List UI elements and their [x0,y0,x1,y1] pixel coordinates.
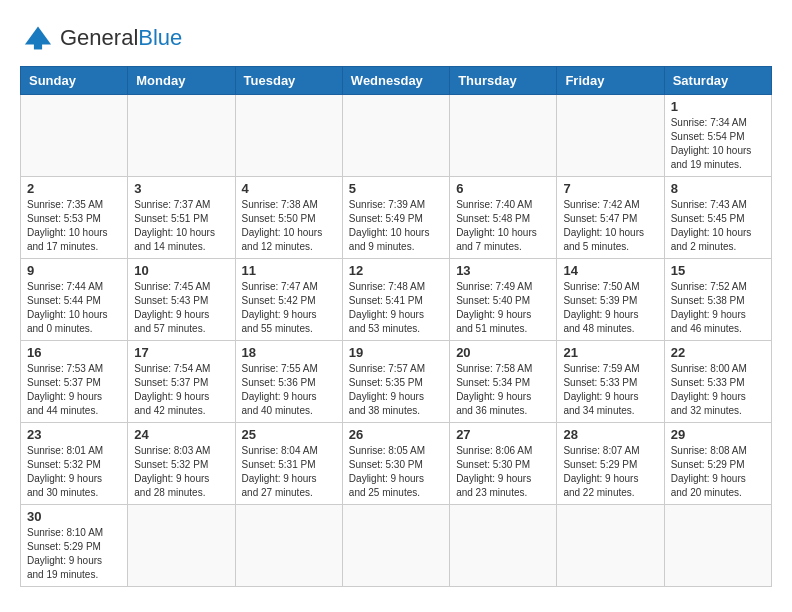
calendar-cell [557,505,664,587]
calendar-cell: 25Sunrise: 8:04 AM Sunset: 5:31 PM Dayli… [235,423,342,505]
calendar-cell: 8Sunrise: 7:43 AM Sunset: 5:45 PM Daylig… [664,177,771,259]
calendar-week-row: 1Sunrise: 7:34 AM Sunset: 5:54 PM Daylig… [21,95,772,177]
calendar-cell: 11Sunrise: 7:47 AM Sunset: 5:42 PM Dayli… [235,259,342,341]
day-info: Sunrise: 7:35 AM Sunset: 5:53 PM Dayligh… [27,198,121,254]
day-number: 18 [242,345,336,360]
day-info: Sunrise: 7:42 AM Sunset: 5:47 PM Dayligh… [563,198,657,254]
calendar-cell: 4Sunrise: 7:38 AM Sunset: 5:50 PM Daylig… [235,177,342,259]
day-info: Sunrise: 8:05 AM Sunset: 5:30 PM Dayligh… [349,444,443,500]
calendar-cell: 2Sunrise: 7:35 AM Sunset: 5:53 PM Daylig… [21,177,128,259]
day-info: Sunrise: 7:47 AM Sunset: 5:42 PM Dayligh… [242,280,336,336]
day-number: 22 [671,345,765,360]
calendar-week-row: 16Sunrise: 7:53 AM Sunset: 5:37 PM Dayli… [21,341,772,423]
day-info: Sunrise: 7:40 AM Sunset: 5:48 PM Dayligh… [456,198,550,254]
calendar-cell: 29Sunrise: 8:08 AM Sunset: 5:29 PM Dayli… [664,423,771,505]
day-header-tuesday: Tuesday [235,67,342,95]
day-number: 10 [134,263,228,278]
calendar-cell: 24Sunrise: 8:03 AM Sunset: 5:32 PM Dayli… [128,423,235,505]
calendar-cell: 14Sunrise: 7:50 AM Sunset: 5:39 PM Dayli… [557,259,664,341]
day-number: 4 [242,181,336,196]
logo: GeneralBlue [20,20,182,56]
calendar-cell: 26Sunrise: 8:05 AM Sunset: 5:30 PM Dayli… [342,423,449,505]
calendar-cell: 23Sunrise: 8:01 AM Sunset: 5:32 PM Dayli… [21,423,128,505]
day-number: 24 [134,427,228,442]
svg-rect-1 [34,43,42,50]
day-header-thursday: Thursday [450,67,557,95]
day-number: 30 [27,509,121,524]
day-info: Sunrise: 8:06 AM Sunset: 5:30 PM Dayligh… [456,444,550,500]
calendar-cell [128,95,235,177]
calendar-cell: 30Sunrise: 8:10 AM Sunset: 5:29 PM Dayli… [21,505,128,587]
day-info: Sunrise: 7:44 AM Sunset: 5:44 PM Dayligh… [27,280,121,336]
day-number: 14 [563,263,657,278]
day-info: Sunrise: 7:37 AM Sunset: 5:51 PM Dayligh… [134,198,228,254]
day-number: 5 [349,181,443,196]
calendar-cell [450,505,557,587]
day-info: Sunrise: 7:49 AM Sunset: 5:40 PM Dayligh… [456,280,550,336]
calendar-cell: 20Sunrise: 7:58 AM Sunset: 5:34 PM Dayli… [450,341,557,423]
day-info: Sunrise: 7:53 AM Sunset: 5:37 PM Dayligh… [27,362,121,418]
calendar-cell [450,95,557,177]
day-number: 2 [27,181,121,196]
day-info: Sunrise: 8:07 AM Sunset: 5:29 PM Dayligh… [563,444,657,500]
day-header-wednesday: Wednesday [342,67,449,95]
calendar-cell: 18Sunrise: 7:55 AM Sunset: 5:36 PM Dayli… [235,341,342,423]
calendar-cell: 10Sunrise: 7:45 AM Sunset: 5:43 PM Dayli… [128,259,235,341]
day-header-monday: Monday [128,67,235,95]
day-number: 25 [242,427,336,442]
logo-icon [20,20,56,56]
calendar-cell: 12Sunrise: 7:48 AM Sunset: 5:41 PM Dayli… [342,259,449,341]
day-header-saturday: Saturday [664,67,771,95]
day-number: 15 [671,263,765,278]
day-info: Sunrise: 7:58 AM Sunset: 5:34 PM Dayligh… [456,362,550,418]
calendar-cell [342,95,449,177]
day-number: 29 [671,427,765,442]
day-number: 6 [456,181,550,196]
day-header-friday: Friday [557,67,664,95]
calendar-week-row: 30Sunrise: 8:10 AM Sunset: 5:29 PM Dayli… [21,505,772,587]
calendar-cell [235,505,342,587]
day-info: Sunrise: 8:03 AM Sunset: 5:32 PM Dayligh… [134,444,228,500]
calendar-cell: 16Sunrise: 7:53 AM Sunset: 5:37 PM Dayli… [21,341,128,423]
day-number: 12 [349,263,443,278]
day-info: Sunrise: 8:10 AM Sunset: 5:29 PM Dayligh… [27,526,121,582]
calendar-week-row: 9Sunrise: 7:44 AM Sunset: 5:44 PM Daylig… [21,259,772,341]
day-number: 7 [563,181,657,196]
day-info: Sunrise: 7:38 AM Sunset: 5:50 PM Dayligh… [242,198,336,254]
day-info: Sunrise: 8:08 AM Sunset: 5:29 PM Dayligh… [671,444,765,500]
day-info: Sunrise: 7:57 AM Sunset: 5:35 PM Dayligh… [349,362,443,418]
calendar-cell: 22Sunrise: 8:00 AM Sunset: 5:33 PM Dayli… [664,341,771,423]
day-info: Sunrise: 7:59 AM Sunset: 5:33 PM Dayligh… [563,362,657,418]
calendar-cell [342,505,449,587]
calendar-cell [664,505,771,587]
day-info: Sunrise: 7:52 AM Sunset: 5:38 PM Dayligh… [671,280,765,336]
day-number: 11 [242,263,336,278]
day-number: 13 [456,263,550,278]
calendar-cell: 27Sunrise: 8:06 AM Sunset: 5:30 PM Dayli… [450,423,557,505]
day-info: Sunrise: 7:55 AM Sunset: 5:36 PM Dayligh… [242,362,336,418]
day-number: 1 [671,99,765,114]
day-number: 17 [134,345,228,360]
day-number: 26 [349,427,443,442]
day-number: 16 [27,345,121,360]
calendar-cell: 1Sunrise: 7:34 AM Sunset: 5:54 PM Daylig… [664,95,771,177]
day-number: 21 [563,345,657,360]
day-number: 20 [456,345,550,360]
calendar-cell [128,505,235,587]
day-number: 19 [349,345,443,360]
day-info: Sunrise: 8:00 AM Sunset: 5:33 PM Dayligh… [671,362,765,418]
day-info: Sunrise: 7:54 AM Sunset: 5:37 PM Dayligh… [134,362,228,418]
calendar-cell: 28Sunrise: 8:07 AM Sunset: 5:29 PM Dayli… [557,423,664,505]
calendar: SundayMondayTuesdayWednesdayThursdayFrid… [20,66,772,587]
day-info: Sunrise: 7:48 AM Sunset: 5:41 PM Dayligh… [349,280,443,336]
day-info: Sunrise: 7:34 AM Sunset: 5:54 PM Dayligh… [671,116,765,172]
calendar-cell: 19Sunrise: 7:57 AM Sunset: 5:35 PM Dayli… [342,341,449,423]
header: GeneralBlue [20,20,772,56]
calendar-cell: 7Sunrise: 7:42 AM Sunset: 5:47 PM Daylig… [557,177,664,259]
day-info: Sunrise: 7:43 AM Sunset: 5:45 PM Dayligh… [671,198,765,254]
day-number: 28 [563,427,657,442]
calendar-cell: 6Sunrise: 7:40 AM Sunset: 5:48 PM Daylig… [450,177,557,259]
calendar-week-row: 23Sunrise: 8:01 AM Sunset: 5:32 PM Dayli… [21,423,772,505]
day-number: 9 [27,263,121,278]
calendar-header-row: SundayMondayTuesdayWednesdayThursdayFrid… [21,67,772,95]
